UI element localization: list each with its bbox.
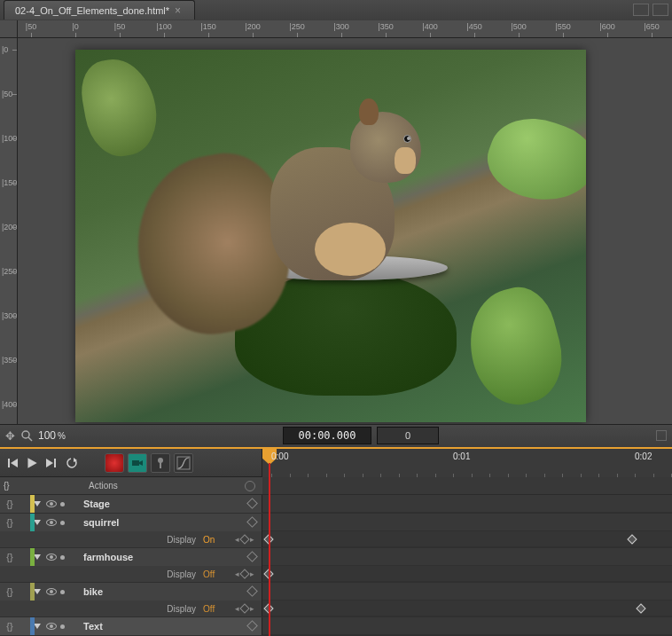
current-frame[interactable]: 0 — [377, 427, 439, 444]
property-row-display[interactable]: DisplayOn◂▸ — [0, 531, 262, 547]
layer-header[interactable]: {}Stage — [0, 495, 262, 513]
layer-color-bar — [30, 617, 35, 635]
keyframe[interactable] — [263, 603, 273, 613]
prev-keyframe-icon[interactable]: ◂ — [235, 604, 239, 613]
expand-icon[interactable] — [34, 624, 41, 629]
keyframe[interactable] — [263, 569, 273, 578]
layer-header[interactable]: {}farmhouse — [0, 548, 262, 566]
brace-icon: {} — [4, 499, 16, 509]
zoom-value[interactable]: 100% — [38, 429, 66, 442]
layer-name: Stage — [83, 499, 110, 509]
ruler-corner — [0, 20, 18, 38]
visibility-icon[interactable] — [46, 554, 57, 561]
close-icon[interactable]: × — [175, 6, 184, 15]
status-bar: ✥ 100% 00:00.000 0 — [0, 424, 672, 447]
add-keyframe-icon[interactable] — [239, 569, 249, 578]
lock-dot-icon[interactable] — [60, 624, 65, 629]
layer-squirrel: {}squirrelDisplayOn◂▸ — [0, 514, 672, 548]
next-keyframe-icon[interactable]: ▸ — [250, 604, 254, 613]
lock-dot-icon[interactable] — [60, 502, 65, 506]
brace-icon: {} — [4, 586, 16, 597]
playback-controls — [0, 449, 262, 476]
return-icon[interactable] — [66, 457, 78, 469]
tab-bar: 02-4_On_Off_Elements_done.html* × — [0, 0, 672, 20]
actions-row: {} Actions — [0, 477, 672, 495]
panel-toggle-icon[interactable] — [656, 430, 667, 441]
property-row-display[interactable]: DisplayOff◂▸ — [0, 566, 262, 582]
svg-line-1 — [28, 437, 32, 441]
property-track[interactable] — [262, 566, 672, 582]
visibility-icon[interactable] — [46, 519, 57, 526]
layer-header[interactable]: {}Text — [0, 617, 262, 635]
svg-marker-9 — [139, 460, 143, 466]
keyframe[interactable] — [263, 534, 273, 544]
squirrel-image[interactable] — [75, 50, 586, 422]
lock-dot-icon[interactable] — [60, 590, 65, 594]
auto-keyframe-button[interactable] — [105, 453, 124, 473]
keyframe-diamond-icon[interactable] — [246, 585, 258, 597]
auto-transition-button[interactable] — [128, 453, 147, 473]
layer-color-bar — [30, 495, 35, 513]
keyframe-diamond-icon[interactable] — [246, 516, 258, 528]
keyframe-diamond-icon[interactable] — [246, 620, 258, 632]
expand-icon[interactable] — [34, 589, 41, 594]
property-value[interactable]: On — [203, 535, 228, 545]
keyframe[interactable] — [627, 534, 637, 544]
lock-dot-icon[interactable] — [60, 555, 65, 560]
pin-button[interactable] — [151, 453, 170, 473]
brace-icon: {} — [4, 481, 10, 491]
svg-rect-8 — [132, 460, 139, 466]
add-keyframe-icon[interactable] — [239, 534, 249, 544]
property-value[interactable]: Off — [203, 604, 228, 614]
svg-rect-6 — [54, 459, 56, 467]
svg-point-0 — [22, 431, 29, 438]
go-to-end-icon[interactable] — [44, 457, 57, 469]
panel-menu-icon[interactable] — [652, 4, 668, 16]
easing-button[interactable] — [174, 453, 193, 473]
next-keyframe-icon[interactable]: ▸ — [250, 569, 254, 578]
layer-name: farmhouse — [83, 552, 133, 562]
visibility-icon[interactable] — [46, 588, 57, 595]
time-ruler[interactable]: 0:000:010:02 — [262, 449, 672, 477]
lock-dot-icon[interactable] — [60, 521, 65, 525]
crosshair-icon[interactable]: ✥ — [5, 429, 15, 443]
brace-icon: {} — [4, 517, 16, 528]
current-time[interactable]: 00:00.000 — [283, 427, 371, 444]
property-track[interactable] — [262, 601, 672, 616]
layer-color-bar — [30, 548, 35, 566]
layer-color-bar — [30, 583, 35, 601]
brace-icon: {} — [4, 552, 16, 562]
visibility-icon[interactable] — [46, 623, 57, 630]
timeline-panel: 0:000:010:02 {} Actions {}Stage{}squirre… — [0, 447, 672, 636]
property-track[interactable] — [262, 531, 672, 547]
expand-icon[interactable] — [34, 520, 41, 525]
go-to-start-icon[interactable] — [7, 457, 20, 469]
zoom-icon[interactable] — [20, 429, 33, 442]
svg-marker-5 — [46, 459, 53, 467]
next-keyframe-icon[interactable]: ▸ — [250, 535, 254, 544]
prev-keyframe-icon[interactable]: ◂ — [235, 569, 239, 578]
svg-marker-4 — [27, 458, 36, 467]
add-keyframe-icon[interactable] — [239, 603, 249, 613]
property-label: Display — [167, 535, 196, 545]
layer-header[interactable]: {}bike — [0, 583, 262, 601]
layers-list: {}Stage{}squirrelDisplayOn◂▸{}farmhouseD… — [0, 495, 672, 636]
keyframe-diamond-icon[interactable] — [246, 498, 258, 509]
expand-icon[interactable] — [34, 501, 41, 506]
canvas[interactable] — [18, 38, 672, 424]
property-value[interactable]: Off — [203, 569, 228, 579]
prev-keyframe-icon[interactable]: ◂ — [235, 535, 239, 544]
expand-icon[interactable] — [34, 554, 41, 560]
property-label: Display — [167, 569, 196, 579]
collapse-icon[interactable] — [633, 4, 649, 16]
document-tab[interactable]: 02-4_On_Off_Elements_done.html* × — [4, 0, 195, 20]
actions-codewheel-icon[interactable] — [245, 481, 255, 491]
stage[interactable] — [75, 50, 586, 422]
play-icon[interactable] — [25, 456, 39, 470]
layer-header[interactable]: {}squirrel — [0, 514, 262, 531]
visibility-icon[interactable] — [46, 500, 57, 507]
property-row-display[interactable]: DisplayOff◂▸ — [0, 601, 262, 616]
layer-farmhouse: {}farmhouseDisplayOff◂▸ — [0, 548, 672, 583]
keyframe[interactable] — [636, 603, 645, 613]
keyframe-diamond-icon[interactable] — [246, 551, 258, 562]
